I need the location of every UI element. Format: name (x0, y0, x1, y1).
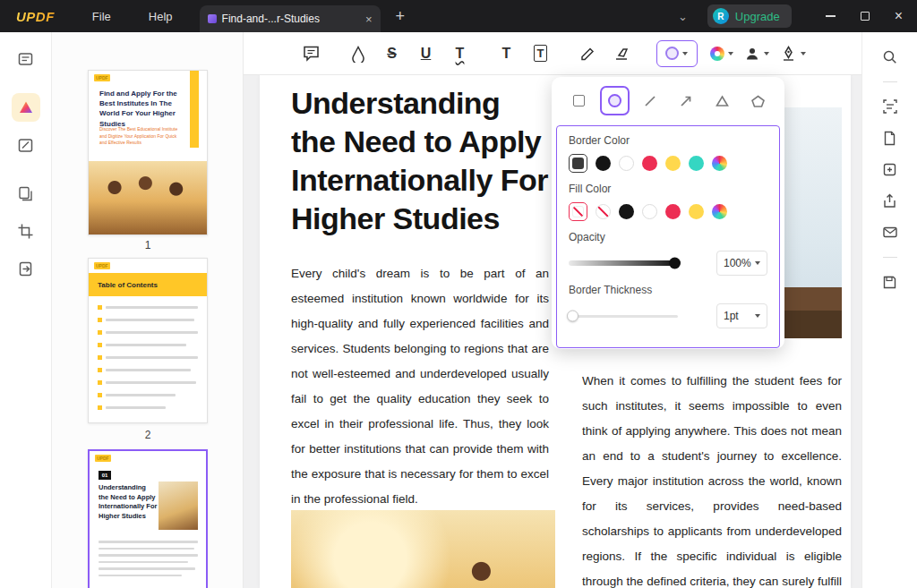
thickness-slider-thumb[interactable] (567, 311, 578, 322)
fill-color-swatch-none-selected[interactable] (569, 202, 587, 221)
save-icon[interactable] (877, 268, 904, 295)
search-icon[interactable] (877, 43, 904, 70)
window-close-icon[interactable]: × (895, 9, 903, 23)
page-view-icon[interactable] (877, 124, 904, 151)
thumb3-logo: UPDF (95, 455, 111, 462)
border-color-swatch-dark-selected[interactable] (569, 154, 587, 173)
highlight-icon[interactable] (347, 41, 370, 66)
palette-caret-icon (728, 52, 733, 55)
page-title: Understanding the Need to Apply Internat… (291, 84, 548, 238)
color-palette-tool[interactable] (710, 41, 733, 66)
fill-color-label: Fill Color (569, 183, 767, 195)
extract-pages-icon[interactable] (12, 254, 40, 283)
stamp-caret-icon (764, 52, 769, 55)
document-tab[interactable]: Find-and-...r-Studies × (200, 5, 381, 32)
share-icon[interactable] (877, 187, 904, 214)
signature-tool[interactable] (780, 41, 806, 66)
left-tool-rail (0, 32, 52, 588)
fill-color-swatch-yellow[interactable] (689, 204, 704, 219)
tab-close-icon[interactable]: × (365, 13, 373, 25)
body-column-left: Every child's dream is to be part of an … (291, 261, 549, 512)
ocr-icon[interactable] (877, 93, 904, 120)
thickness-caret-icon (755, 314, 760, 318)
pencil-icon[interactable] (576, 41, 599, 66)
fill-color-swatches (569, 202, 767, 221)
thumbnail-panel-icon[interactable] (12, 45, 40, 73)
thumb1-accent-bar (190, 71, 199, 148)
thickness-slider[interactable] (569, 315, 678, 318)
rail-divider (883, 81, 897, 82)
thumb1-logo: UPDF (94, 74, 110, 81)
mail-icon[interactable] (877, 218, 904, 245)
maximize-icon[interactable] (861, 12, 870, 21)
thumb1-photo (89, 161, 207, 234)
edit-pdf-icon[interactable] (12, 131, 40, 159)
border-color-swatch-gradient[interactable] (712, 156, 727, 171)
tab-title: Find-and-...r-Studies (222, 13, 360, 25)
border-color-swatch-white[interactable] (619, 156, 634, 171)
signature-caret-icon (801, 52, 806, 55)
fill-color-swatch-white[interactable] (642, 204, 657, 219)
thickness-value: 1pt (724, 310, 739, 322)
thumbnail-panel: UPDF Find and Apply For the Best Institu… (52, 32, 244, 588)
thickness-controls: 1pt (569, 303, 767, 328)
rail-divider (883, 257, 897, 258)
new-tab-button[interactable]: + (396, 7, 406, 26)
shape-ellipse-icon[interactable] (600, 86, 630, 115)
user-avatar[interactable]: R (713, 8, 729, 24)
right-tool-rail (861, 32, 917, 588)
border-color-swatch-yellow[interactable] (665, 156, 681, 171)
border-color-swatch-red[interactable] (642, 156, 657, 171)
shape-line-icon[interactable] (636, 86, 665, 115)
opacity-slider-thumb[interactable] (669, 258, 681, 269)
crop-pages-icon[interactable] (12, 217, 40, 245)
comment-mode-icon[interactable] (12, 93, 40, 122)
shape-arrow-icon[interactable] (672, 86, 701, 115)
underline-icon[interactable]: U (415, 41, 438, 66)
thickness-dropdown[interactable]: 1pt (716, 303, 767, 328)
strikethrough-icon[interactable]: S (381, 41, 404, 66)
fill-color-swatch-none[interactable] (596, 204, 611, 219)
shape-tool-active[interactable] (656, 40, 698, 67)
comment-toolbar: S U T T T (244, 32, 861, 75)
compress-icon[interactable] (877, 156, 904, 183)
menu-help[interactable]: Help (149, 10, 173, 23)
titlebar: UPDF File Help Find-and-...r-Studies × +… (0, 0, 917, 32)
text-comment-icon[interactable]: T (495, 41, 518, 66)
shape-type-row (552, 86, 784, 115)
shape-triangle-icon[interactable] (707, 86, 737, 115)
opacity-controls: 100% (569, 251, 767, 276)
opacity-label: Opacity (569, 231, 767, 243)
eraser-icon[interactable] (610, 41, 633, 66)
thumb2-toc-heading: Table of Contents (89, 273, 207, 296)
thumb2-logo: UPDF (94, 262, 110, 269)
opacity-dropdown[interactable]: 100% (716, 251, 767, 276)
squiggly-underline-icon[interactable]: T (449, 41, 472, 66)
organize-pages-icon[interactable] (12, 179, 40, 208)
fill-color-swatch-gradient[interactable] (712, 204, 727, 219)
text-box-icon[interactable]: T (529, 41, 553, 66)
shape-circle-icon (665, 47, 679, 60)
upgrade-label: Upgrade (735, 10, 780, 23)
sticky-note-icon[interactable] (300, 41, 323, 66)
border-color-swatch-teal[interactable] (689, 156, 704, 171)
thumb1-subtitle: Discover The Best Educational Institute … (99, 126, 178, 147)
thumb2-toc-rows (98, 305, 198, 418)
titlebar-chevron-down-icon[interactable]: ⌄ (678, 10, 688, 23)
fill-color-swatch-red[interactable] (665, 204, 681, 219)
page-thumbnail-2[interactable]: UPDF Table of Contents (88, 258, 208, 423)
shape-pentagon-icon[interactable] (743, 86, 773, 115)
stamp-tool[interactable] (744, 41, 769, 66)
page-thumbnail-1[interactable]: UPDF Find and Apply For the Best Institu… (88, 70, 208, 235)
menu-file[interactable]: File (92, 10, 111, 23)
thumb1-title: Find and Apply For the Best Institutes I… (99, 89, 182, 129)
border-color-swatch-black[interactable] (596, 156, 611, 171)
minimize-icon[interactable] (826, 15, 836, 17)
border-color-swatches (569, 154, 767, 173)
opacity-slider[interactable] (569, 260, 678, 266)
fill-color-swatch-black[interactable] (619, 204, 634, 219)
thumb3-chapter-badge: 01 (99, 471, 111, 480)
upgrade-button[interactable]: R Upgrade (707, 4, 792, 28)
shape-square-icon[interactable] (564, 86, 594, 115)
page-thumbnail-3[interactable]: UPDF 01 Understanding the Need to Apply … (88, 449, 208, 588)
